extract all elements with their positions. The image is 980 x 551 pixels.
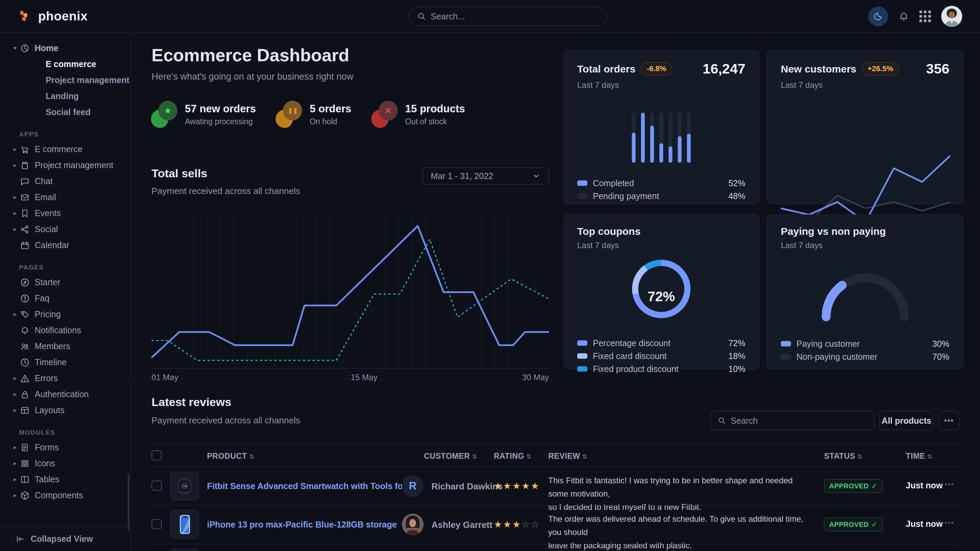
user-avatar[interactable]	[941, 6, 962, 27]
column-header-status[interactable]: STATUS⇅	[824, 452, 862, 461]
top-navbar: phoenix	[0, 0, 980, 33]
caret-down-icon: ▾	[11, 44, 18, 52]
sidebar-item-timeline[interactable]: Timeline	[0, 354, 131, 370]
sidebar-item-faq[interactable]: Faq	[0, 290, 131, 306]
legend-row: Fixed product discount10%	[577, 362, 745, 375]
mail-icon	[20, 192, 30, 203]
sort-icon: ⇅	[472, 453, 477, 460]
order-bar	[651, 113, 654, 163]
total-orders-badge: -6.8%	[641, 62, 672, 76]
caret-right-icon: ▸	[11, 492, 18, 499]
legend-label: Completed	[593, 178, 634, 188]
collapse-sidebar-button[interactable]: Collapsed View	[0, 527, 130, 551]
brand-logo[interactable]: phoenix	[18, 0, 88, 33]
sidebar-subitem-landing[interactable]: Landing	[0, 88, 131, 104]
row-checkbox[interactable]	[151, 481, 162, 491]
legend-label: Paying customer	[797, 339, 860, 349]
sidebar-item-notifications[interactable]: Notifications	[0, 322, 131, 338]
stat-0: ★ 57 new ordersAwating processing	[151, 101, 256, 128]
legend-value: 72%	[729, 338, 745, 348]
paying-legend: Paying customer30% Non-paying customer70…	[781, 337, 949, 363]
stat-value: 15 products	[405, 103, 465, 115]
sidebar-scrollbar[interactable]	[128, 473, 129, 531]
date-range-select[interactable]: Mar 1 - 31, 2022	[422, 167, 549, 184]
reviews-search[interactable]	[711, 411, 874, 430]
legend-row: Fixed card discount18%	[577, 349, 745, 362]
stat-value: 57 new orders	[185, 103, 256, 115]
product-thumbnail[interactable]	[170, 510, 199, 539]
column-header-review[interactable]: REVIEW⇅	[548, 452, 587, 461]
sidebar-item-project-management[interactable]: ▸ Project management	[0, 157, 131, 173]
reviews-search-input[interactable]	[731, 416, 867, 426]
row-actions-button[interactable]: •••	[945, 519, 954, 527]
total-orders-title: Total orders	[577, 63, 635, 75]
date-range-value: Mar 1 - 31, 2022	[431, 171, 493, 181]
caret-right-icon: ▸	[11, 225, 18, 233]
sidebar-item-email[interactable]: ▸ Email	[0, 189, 131, 205]
bell-icon	[898, 11, 909, 22]
sidebar-item-errors[interactable]: ▸ Errors	[0, 370, 131, 386]
sidebar-item-calendar[interactable]: Calendar	[0, 237, 131, 253]
product-link[interactable]: Fitbit Sense Advanced Smartwatch with To…	[207, 481, 410, 491]
x-badge-icon: ✕	[371, 101, 398, 128]
apps-grid-button[interactable]	[920, 11, 931, 22]
latest-reviews-subtitle: Payment received across all channels	[151, 415, 300, 426]
collapse-icon	[16, 534, 25, 544]
sidebar-item-tables[interactable]: ▸ Tables	[0, 472, 131, 487]
sidebar-item-members[interactable]: Members	[0, 338, 131, 354]
product-thumbnail[interactable]: 7:38	[170, 472, 199, 500]
table-row	[151, 544, 959, 551]
order-bar	[660, 113, 663, 163]
caret-right-icon: ▸	[11, 476, 18, 483]
sidebar-item-components[interactable]: ▸ Components	[0, 487, 131, 503]
sidebar-subitem-project-management[interactable]: Project management	[0, 72, 131, 88]
sidebar-subitem-e-commerce[interactable]: E commerce	[0, 56, 131, 72]
sidebar-section-pages: PAGES	[0, 261, 131, 274]
chevron-down-icon	[532, 172, 540, 180]
sort-icon: ⇅	[582, 453, 588, 460]
dark-mode-toggle[interactable]	[868, 6, 888, 26]
sidebar-item-starter[interactable]: Starter	[0, 274, 131, 290]
sidebar-item-social[interactable]: ▸ Social	[0, 221, 131, 237]
caret-right-icon: ▸	[11, 194, 18, 201]
series-current	[781, 156, 950, 222]
product-link[interactable]: iPhone 13 pro max-Pacific Blue-128GB sto…	[207, 520, 397, 530]
sidebar-item-events[interactable]: ▸ Events	[0, 205, 131, 221]
sidebar-item-forms[interactable]: ▸ Forms	[0, 439, 131, 456]
sidebar-item-chat[interactable]: Chat	[0, 173, 131, 189]
all-products-button[interactable]: All products	[880, 411, 933, 430]
column-header-time[interactable]: TIME⇅	[906, 452, 933, 461]
legend-swatch	[781, 341, 791, 346]
sidebar-item-e-commerce[interactable]: ▸ E commerce	[0, 141, 131, 157]
caret-right-icon: ▸	[11, 375, 18, 382]
column-header-product[interactable]: PRODUCT⇅	[207, 452, 255, 461]
sidebar-subitem-social-feed[interactable]: Social feed	[0, 104, 131, 120]
latest-reviews-title: Latest reviews	[151, 395, 231, 409]
pause-badge-icon: ❚❚	[275, 101, 302, 128]
phoenix-flame-icon	[18, 8, 33, 24]
check-icon: ✓	[871, 482, 877, 490]
svg-text:7:38: 7:38	[182, 485, 187, 488]
global-search-input[interactable]	[431, 11, 598, 21]
customer-avatar: R	[402, 475, 423, 497]
global-search[interactable]	[409, 7, 607, 26]
star-badge-icon: ★	[151, 101, 177, 128]
sort-icon: ⇅	[927, 453, 933, 460]
column-header-customer[interactable]: CUSTOMER⇅	[424, 452, 477, 461]
sidebar-item-layouts[interactable]: ▸ Layouts	[0, 402, 131, 418]
notifications-button[interactable]	[898, 11, 909, 22]
select-all-checkbox[interactable]	[151, 450, 162, 460]
new-customers-range: Last 7 days	[781, 80, 949, 90]
pie-chart-icon	[20, 43, 30, 54]
reviews-more-button[interactable]: •••	[939, 411, 959, 430]
sidebar-item-authentication[interactable]: ▸ Authentication	[0, 386, 131, 402]
column-header-rating[interactable]: RATING⇅	[494, 452, 531, 461]
tag-icon	[20, 310, 30, 319]
sidebar-item-icons[interactable]: ▸ Icons	[0, 456, 131, 472]
row-checkbox[interactable]	[151, 519, 162, 529]
section-divider	[131, 379, 980, 379]
sidebar-item-home[interactable]: ▾ Home	[0, 40, 131, 56]
row-actions-button[interactable]: •••	[945, 481, 954, 488]
question-icon	[20, 293, 30, 303]
sidebar-item-pricing[interactable]: ▸ Pricing	[0, 306, 131, 322]
